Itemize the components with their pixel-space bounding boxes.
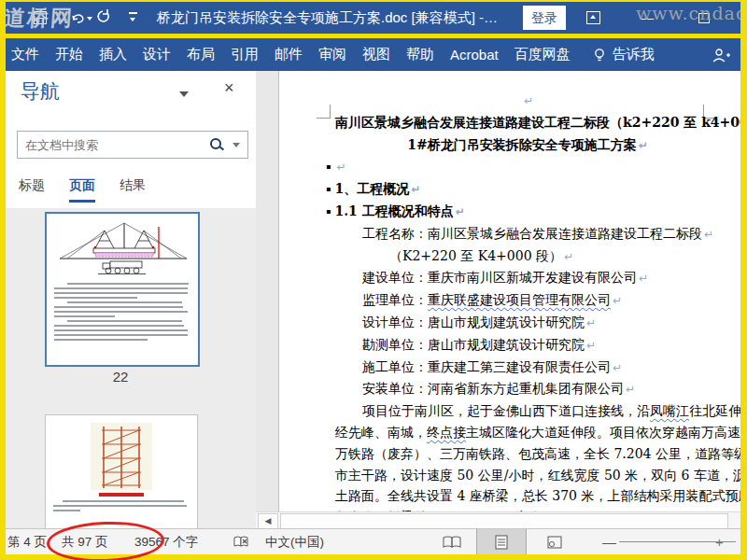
scroll-left-arrow-icon[interactable]: ◀ bbox=[258, 513, 278, 529]
thumbnail-text-bar bbox=[54, 287, 188, 289]
search-input[interactable] bbox=[23, 133, 200, 157]
thumbnail-text-bar bbox=[53, 510, 80, 511]
document-line: （K2+220 至 K4+000 段）↵ bbox=[335, 245, 720, 268]
ribbon-tab-2[interactable]: 开始 bbox=[55, 46, 83, 63]
paragraph-mark: ↵ bbox=[411, 183, 420, 196]
nav-tab-1[interactable]: 标题 bbox=[19, 177, 45, 203]
thumbnail-red-caption bbox=[99, 493, 144, 497]
document-line: 施工单位：重庆建工第三建设有限责任公司↵ bbox=[335, 357, 720, 379]
thumbnail-text-bar bbox=[54, 325, 184, 327]
paragraph-mark: ↵ bbox=[613, 294, 622, 307]
ribbon-tab-11[interactable]: Acrobat bbox=[450, 47, 499, 63]
read-mode-button[interactable] bbox=[435, 529, 469, 555]
ribbon-tab-5[interactable]: 布局 bbox=[187, 46, 215, 63]
thumbnail-text-bar bbox=[54, 315, 115, 317]
ribbon-tab-4[interactable]: 设计 bbox=[143, 46, 171, 63]
thumbnail-text-bar bbox=[54, 329, 188, 331]
paragraph-mark: ↵ bbox=[639, 272, 648, 285]
thumbnail-text-lines bbox=[46, 500, 197, 511]
ribbon-tab-3[interactable]: 插入 bbox=[99, 46, 127, 63]
thumbnail-next-page[interactable] bbox=[45, 414, 198, 528]
navigation-tabs: 标题页面结果 bbox=[19, 177, 170, 203]
thumbnail-text-bar bbox=[53, 505, 187, 507]
pane-options-dropdown-icon[interactable] bbox=[179, 91, 189, 97]
annotation-frame-right bbox=[740, 0, 747, 560]
undo-dropdown-icon[interactable] bbox=[87, 17, 92, 21]
thumbnail-text-bar bbox=[54, 297, 137, 299]
ribbon-tab-12[interactable]: 百度网盘 bbox=[514, 46, 571, 63]
document-line: 土路面。全线共设置 4 座桥梁，总长 370 米，上部结构采用装配式预应力混 bbox=[335, 485, 720, 507]
repeat-icon[interactable] bbox=[95, 8, 112, 25]
outline-bullet: ▪ bbox=[326, 206, 331, 216]
document-line: 勘测单位：唐山市规划建筑设计研究院↵ bbox=[335, 334, 720, 357]
ribbon-tab-7[interactable]: 邮件 bbox=[275, 46, 303, 63]
close-pane-icon[interactable]: × bbox=[224, 78, 234, 98]
paragraph-mark: ↵ bbox=[613, 361, 622, 374]
thumbnail-text-bar bbox=[54, 334, 188, 336]
page-position-indicator[interactable]: 第 4 页 bbox=[7, 529, 47, 555]
ribbon-display-options-icon[interactable] bbox=[586, 11, 600, 24]
sign-in-button[interactable]: 登录 bbox=[523, 6, 566, 30]
document-line: ▪1.1 工程概况和特点↵ bbox=[335, 201, 720, 223]
ribbon-tab-6[interactable]: 引用 bbox=[231, 46, 259, 63]
thumbnail-text-lines bbox=[47, 283, 198, 341]
customize-qat-icon[interactable] bbox=[129, 12, 137, 14]
document-line: ▪↵ bbox=[335, 156, 720, 178]
scaffold-tower-image bbox=[91, 423, 152, 490]
ribbon-tab-8[interactable]: 审阅 bbox=[318, 46, 346, 63]
search-icon[interactable] bbox=[210, 138, 221, 149]
proofing-errors-icon[interactable] bbox=[233, 536, 250, 549]
ribbon-tab-1[interactable]: 文件 bbox=[11, 46, 39, 63]
watermark-site-logo: 道桥网 bbox=[3, 4, 75, 33]
document-line: 设计单位：唐山市规划建筑设计研究院↵ bbox=[335, 312, 720, 334]
paragraph-mark: ↵ bbox=[336, 161, 345, 174]
document-line: 南川区景城乡融合发展连接道路建设工程二标段（k2+220 至 k4+000 段）… bbox=[335, 112, 720, 134]
ribbon-tab-10[interactable]: 帮助 bbox=[406, 46, 434, 63]
document-line: 安装单位：河南省新东方起重机集团有限公司↵ bbox=[335, 378, 720, 400]
document-title: 桥龙门吊安装拆除安全专项施工方案.doc [兼容模式] -… bbox=[157, 0, 498, 35]
document-line: 经先峰、南城，终点接主城区隆化大道延伸段。项目依次穿越南万高速、南 bbox=[335, 422, 720, 443]
web-layout-button[interactable] bbox=[538, 529, 571, 555]
outline-bullet: ▪ bbox=[326, 162, 331, 171]
document-search-box[interactable] bbox=[17, 131, 248, 159]
ribbon-tab-bar: 文件开始插入设计布局引用邮件审阅视图帮助Acrobat百度网盘 告诉我 bbox=[0, 38, 747, 71]
document-line: 市主干路，设计速度 50 公里/小时，红线宽度 50 米，双向 6 车道，沥青混… bbox=[335, 465, 720, 486]
document-page[interactable]: ↵南川区景城乡融合发展连接道路建设工程二标段（k2+220 至 k4+000 段… bbox=[278, 71, 741, 511]
thumbnail-text-bar bbox=[54, 311, 188, 313]
document-area: ↵南川区景城乡融合发展连接道路建设工程二标段（k2+220 至 k4+000 段… bbox=[256, 71, 740, 528]
document-line: 建设单位：重庆市南川区新城开发建设有限公司↵ bbox=[335, 267, 720, 289]
thumbnail-page-number: 22 bbox=[45, 369, 196, 385]
share-person-icon[interactable] bbox=[712, 48, 730, 63]
horizontal-scrollbar[interactable]: ◀ bbox=[256, 511, 740, 529]
thumbnail-text-bar bbox=[63, 500, 184, 502]
document-line: 万铁路（废弃）、三万南铁路、包茂高速，全长 7.204 公里，道路等级为城 bbox=[335, 443, 720, 465]
margin-corner-mark bbox=[317, 105, 331, 119]
horizontal-scrollbar-thumb[interactable] bbox=[280, 513, 728, 529]
paragraph-mark: ↵ bbox=[626, 383, 635, 396]
paragraph-mark: ↵ bbox=[639, 139, 648, 152]
annotation-frame-top bbox=[0, 0, 747, 2]
thumbnail-page-22[interactable] bbox=[45, 212, 200, 367]
customize-qat-caret-icon bbox=[130, 18, 135, 21]
navigation-pane-title: 导航 bbox=[21, 78, 60, 105]
document-line: ↵ bbox=[335, 90, 720, 112]
print-layout-button[interactable] bbox=[476, 529, 527, 555]
thumbnail-text-bar bbox=[54, 292, 188, 294]
search-options-caret-icon[interactable] bbox=[233, 143, 240, 147]
ribbon-tab-9[interactable]: 视图 bbox=[362, 46, 390, 63]
document-line: ▪1、工程概况↵ bbox=[335, 178, 720, 201]
document-line: 工程名称：南川区景城乡融合发展连接道路建设工程二标段↵ bbox=[335, 223, 720, 245]
gantry-crane-diagram bbox=[47, 217, 198, 279]
thumbnail-text-bar bbox=[67, 320, 182, 322]
thumbnail-text-bar bbox=[67, 283, 189, 285]
annotation-frame-line bbox=[0, 34, 747, 38]
zoom-out-icon[interactable]: — bbox=[602, 529, 616, 555]
document-content: ↵南川区景城乡融合发展连接道路建设工程二标段（k2+220 至 k4+000 段… bbox=[335, 90, 720, 511]
zoom-in-icon[interactable]: + bbox=[715, 529, 724, 555]
watermark-site-url: www.cndao.com bbox=[636, 3, 747, 23]
tell-me-box[interactable]: 告诉我 bbox=[613, 46, 655, 63]
nav-tab-2[interactable]: 页面 bbox=[69, 177, 95, 203]
nav-tab-3[interactable]: 结果 bbox=[120, 177, 146, 203]
language-indicator[interactable]: 中文(中国) bbox=[265, 529, 324, 555]
paragraph-mark: ↵ bbox=[456, 205, 465, 218]
